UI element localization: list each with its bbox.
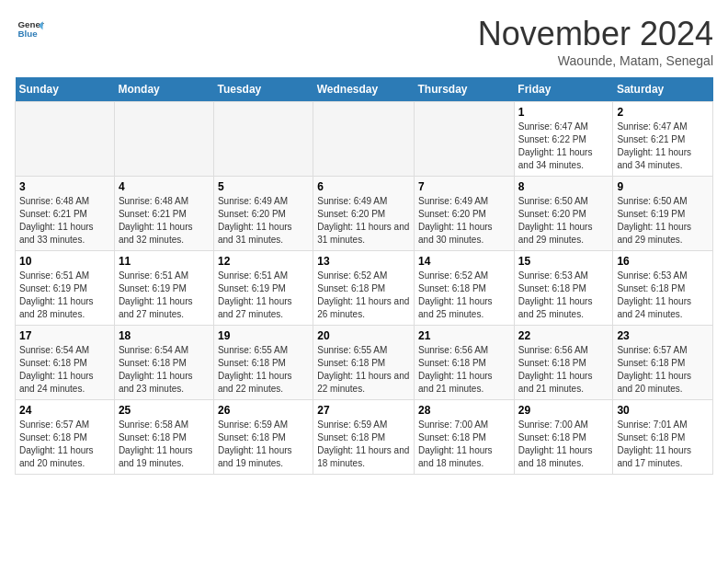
day-cell: 2Sunrise: 6:47 AM Sunset: 6:21 PM Daylig… (613, 102, 713, 177)
day-info: Sunrise: 6:52 AM Sunset: 6:18 PM Dayligh… (418, 270, 510, 321)
day-cell: 26Sunrise: 6:59 AM Sunset: 6:18 PM Dayli… (213, 400, 313, 475)
day-cell (114, 102, 213, 177)
day-info: Sunrise: 6:51 AM Sunset: 6:19 PM Dayligh… (19, 270, 110, 321)
weekday-header-thursday: Thursday (415, 77, 515, 102)
day-info: Sunrise: 6:59 AM Sunset: 6:18 PM Dayligh… (317, 419, 410, 470)
day-info: Sunrise: 6:52 AM Sunset: 6:18 PM Dayligh… (317, 270, 410, 321)
logo: General Blue (15, 15, 44, 46)
day-info: Sunrise: 6:57 AM Sunset: 6:18 PM Dayligh… (19, 419, 110, 470)
day-cell: 22Sunrise: 6:56 AM Sunset: 6:18 PM Dayli… (514, 326, 613, 400)
day-number: 5 (218, 180, 309, 193)
day-number: 16 (617, 255, 709, 268)
day-cell: 3Sunrise: 6:48 AM Sunset: 6:21 PM Daylig… (16, 177, 115, 251)
week-row-4: 17Sunrise: 6:54 AM Sunset: 6:18 PM Dayli… (16, 326, 713, 400)
day-cell: 1Sunrise: 6:47 AM Sunset: 6:22 PM Daylig… (514, 102, 613, 177)
day-cell: 15Sunrise: 6:53 AM Sunset: 6:18 PM Dayli… (514, 251, 613, 326)
day-number: 18 (119, 329, 210, 342)
logo-icon: General Blue (17, 15, 44, 42)
day-info: Sunrise: 6:51 AM Sunset: 6:19 PM Dayligh… (218, 270, 309, 321)
day-number: 8 (518, 180, 609, 193)
day-number: 23 (617, 329, 709, 342)
day-cell (415, 102, 515, 177)
day-info: Sunrise: 6:57 AM Sunset: 6:18 PM Dayligh… (617, 344, 709, 396)
day-cell: 13Sunrise: 6:52 AM Sunset: 6:18 PM Dayli… (313, 251, 415, 326)
day-cell: 5Sunrise: 6:49 AM Sunset: 6:20 PM Daylig… (213, 177, 313, 251)
day-info: Sunrise: 7:01 AM Sunset: 6:18 PM Dayligh… (617, 419, 709, 470)
day-info: Sunrise: 6:56 AM Sunset: 6:18 PM Dayligh… (418, 344, 510, 396)
day-info: Sunrise: 7:00 AM Sunset: 6:18 PM Dayligh… (518, 419, 609, 470)
day-info: Sunrise: 6:49 AM Sunset: 6:20 PM Dayligh… (218, 195, 309, 247)
day-cell: 10Sunrise: 6:51 AM Sunset: 6:19 PM Dayli… (16, 251, 115, 326)
day-cell: 21Sunrise: 6:56 AM Sunset: 6:18 PM Dayli… (415, 326, 515, 400)
day-number: 22 (518, 329, 609, 342)
weekday-header-sunday: Sunday (16, 77, 115, 102)
day-info: Sunrise: 6:59 AM Sunset: 6:18 PM Dayligh… (218, 419, 309, 470)
day-cell: 28Sunrise: 7:00 AM Sunset: 6:18 PM Dayli… (415, 400, 515, 475)
day-number: 27 (317, 404, 410, 417)
day-number: 17 (19, 329, 110, 342)
day-cell (16, 102, 115, 177)
day-cell: 29Sunrise: 7:00 AM Sunset: 6:18 PM Dayli… (514, 400, 613, 475)
day-cell: 24Sunrise: 6:57 AM Sunset: 6:18 PM Dayli… (16, 400, 115, 475)
day-cell: 30Sunrise: 7:01 AM Sunset: 6:18 PM Dayli… (613, 400, 713, 475)
day-info: Sunrise: 6:48 AM Sunset: 6:21 PM Dayligh… (19, 195, 110, 247)
calendar-table: SundayMondayTuesdayWednesdayThursdayFrid… (15, 77, 713, 475)
day-number: 20 (317, 329, 410, 342)
day-info: Sunrise: 6:49 AM Sunset: 6:20 PM Dayligh… (317, 195, 410, 247)
day-cell: 7Sunrise: 6:49 AM Sunset: 6:20 PM Daylig… (415, 177, 515, 251)
day-cell: 19Sunrise: 6:55 AM Sunset: 6:18 PM Dayli… (213, 326, 313, 400)
week-row-1: 1Sunrise: 6:47 AM Sunset: 6:22 PM Daylig… (16, 102, 713, 177)
location-subtitle: Waounde, Matam, Senegal (478, 53, 713, 68)
day-info: Sunrise: 6:47 AM Sunset: 6:22 PM Dayligh… (518, 121, 609, 172)
week-row-2: 3Sunrise: 6:48 AM Sunset: 6:21 PM Daylig… (16, 177, 713, 251)
weekday-header-row: SundayMondayTuesdayWednesdayThursdayFrid… (16, 77, 713, 102)
day-info: Sunrise: 6:54 AM Sunset: 6:18 PM Dayligh… (19, 344, 110, 396)
day-number: 30 (617, 404, 709, 417)
calendar-header: SundayMondayTuesdayWednesdayThursdayFrid… (16, 77, 713, 102)
day-number: 25 (119, 404, 210, 417)
page-header: General Blue November 2024 Waounde, Mata… (15, 15, 713, 68)
day-number: 3 (19, 180, 110, 193)
day-cell: 23Sunrise: 6:57 AM Sunset: 6:18 PM Dayli… (613, 326, 713, 400)
day-number: 12 (218, 255, 309, 268)
day-cell: 6Sunrise: 6:49 AM Sunset: 6:20 PM Daylig… (313, 177, 415, 251)
day-info: Sunrise: 6:53 AM Sunset: 6:18 PM Dayligh… (617, 270, 709, 321)
day-number: 28 (418, 404, 510, 417)
weekday-header-monday: Monday (114, 77, 213, 102)
day-cell: 18Sunrise: 6:54 AM Sunset: 6:18 PM Dayli… (114, 326, 213, 400)
day-number: 15 (518, 255, 609, 268)
day-info: Sunrise: 6:51 AM Sunset: 6:19 PM Dayligh… (119, 270, 210, 321)
day-number: 10 (19, 255, 110, 268)
day-info: Sunrise: 6:55 AM Sunset: 6:18 PM Dayligh… (317, 344, 410, 396)
day-cell: 20Sunrise: 6:55 AM Sunset: 6:18 PM Dayli… (313, 326, 415, 400)
day-info: Sunrise: 6:47 AM Sunset: 6:21 PM Dayligh… (617, 121, 709, 172)
day-number: 7 (418, 180, 510, 193)
day-info: Sunrise: 7:00 AM Sunset: 6:18 PM Dayligh… (418, 419, 510, 470)
day-number: 14 (418, 255, 510, 268)
day-cell: 27Sunrise: 6:59 AM Sunset: 6:18 PM Dayli… (313, 400, 415, 475)
day-cell: 17Sunrise: 6:54 AM Sunset: 6:18 PM Dayli… (16, 326, 115, 400)
day-info: Sunrise: 6:48 AM Sunset: 6:21 PM Dayligh… (119, 195, 210, 247)
day-number: 19 (218, 329, 309, 342)
day-cell: 16Sunrise: 6:53 AM Sunset: 6:18 PM Dayli… (613, 251, 713, 326)
day-cell (313, 102, 415, 177)
day-cell: 14Sunrise: 6:52 AM Sunset: 6:18 PM Dayli… (415, 251, 515, 326)
day-info: Sunrise: 6:54 AM Sunset: 6:18 PM Dayligh… (119, 344, 210, 396)
day-info: Sunrise: 6:50 AM Sunset: 6:20 PM Dayligh… (518, 195, 609, 247)
day-number: 11 (119, 255, 210, 268)
day-number: 4 (119, 180, 210, 193)
day-number: 21 (418, 329, 510, 342)
day-cell: 12Sunrise: 6:51 AM Sunset: 6:19 PM Dayli… (213, 251, 313, 326)
month-title: November 2024 (478, 15, 713, 53)
weekday-header-friday: Friday (514, 77, 613, 102)
svg-text:Blue: Blue (18, 29, 39, 39)
day-cell (213, 102, 313, 177)
week-row-3: 10Sunrise: 6:51 AM Sunset: 6:19 PM Dayli… (16, 251, 713, 326)
day-cell: 11Sunrise: 6:51 AM Sunset: 6:19 PM Dayli… (114, 251, 213, 326)
title-block: November 2024 Waounde, Matam, Senegal (478, 15, 713, 68)
day-info: Sunrise: 6:58 AM Sunset: 6:18 PM Dayligh… (119, 419, 210, 470)
day-number: 1 (518, 106, 609, 119)
day-info: Sunrise: 6:49 AM Sunset: 6:20 PM Dayligh… (418, 195, 510, 247)
svg-text:General: General (18, 19, 45, 29)
day-number: 24 (19, 404, 110, 417)
